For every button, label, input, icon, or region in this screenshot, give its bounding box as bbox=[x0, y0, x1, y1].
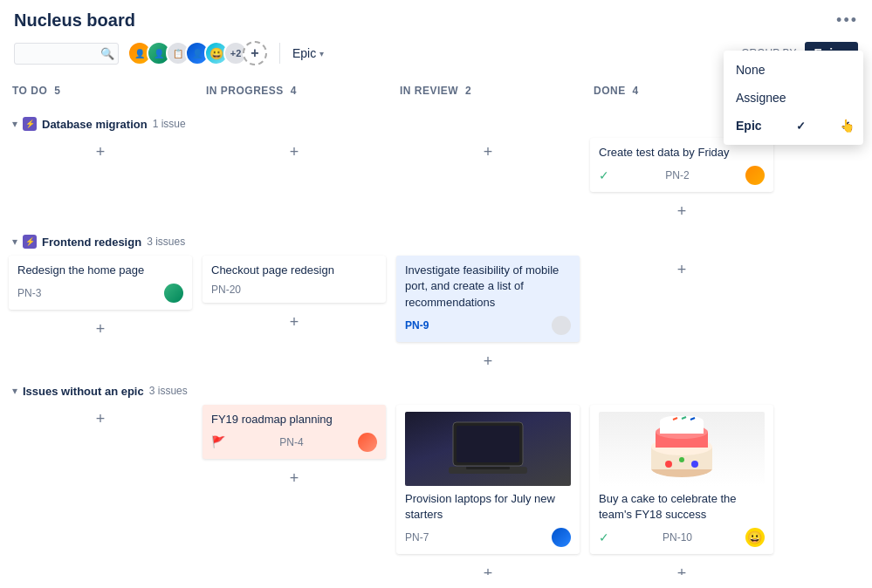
epic-icon-fr: ⚡ bbox=[23, 235, 37, 249]
epic-icon: ⚡ bbox=[23, 117, 37, 131]
epic-frontend-redesign-header: ▾ ⚡ Frontend redesign 3 issues bbox=[9, 231, 863, 252]
card-ip-ne1[interactable]: FY19 roadmap planning 🚩 PN-4 bbox=[203, 405, 386, 459]
epic-issue-count-ne: 3 issues bbox=[149, 385, 188, 397]
card-title: Checkout page redesign bbox=[211, 263, 377, 278]
board-body: TO DO 5 IN PROGRESS 4 IN REVIEW 2 DONE 4… bbox=[0, 74, 872, 575]
card-id: PN-2 bbox=[665, 169, 689, 181]
card-title: Provision laptops for July new starters bbox=[405, 491, 571, 523]
card-title: Create test data by Friday bbox=[599, 145, 765, 161]
add-card-todo-ne[interactable]: + bbox=[9, 405, 192, 434]
check-icon: ✓ bbox=[599, 530, 609, 544]
epic-collapse-button-fr[interactable]: ▾ bbox=[12, 236, 17, 248]
todo-lane-ne: + bbox=[9, 405, 192, 575]
dropdown-item-assignee-label: Assignee bbox=[736, 91, 786, 105]
cursor-icon: 👆 bbox=[840, 119, 855, 133]
dropdown-item-epic-label: Epic bbox=[736, 119, 762, 133]
add-card-todo-db[interactable]: + bbox=[9, 138, 192, 167]
laptop-svg bbox=[444, 418, 532, 479]
card-id: PN-20 bbox=[211, 284, 241, 296]
add-card-ip-db[interactable]: + bbox=[203, 138, 386, 167]
column-header-todo: TO DO 5 bbox=[9, 74, 192, 106]
card-ip-fr1[interactable]: Checkout page redesign PN-20 bbox=[203, 256, 386, 303]
add-card-done-ne[interactable]: + bbox=[590, 559, 773, 575]
checkmark-icon: ✓ bbox=[796, 120, 806, 133]
epic-no-epic-header: ▾ Issues without an epic 3 issues bbox=[9, 381, 863, 401]
add-card-todo-fr[interactable]: + bbox=[9, 315, 192, 344]
inprogress-lane-ne: FY19 roadmap planning 🚩 PN-4 + bbox=[203, 405, 386, 575]
card-title: Buy a cake to celebrate the team's FY18 … bbox=[599, 491, 765, 523]
epic-frontend-redesign-row: Redesign the home page PN-3 + Checkout p… bbox=[9, 256, 863, 376]
epic-filter-chevron-icon: ▾ bbox=[319, 49, 324, 58]
epic-filter-button[interactable]: Epic ▾ bbox=[292, 46, 324, 60]
search-box[interactable]: 🔍 bbox=[14, 43, 119, 65]
card-footer: ✓ PN-10 😀 bbox=[599, 528, 765, 547]
card-done-db1[interactable]: Create test data by Friday ✓ PN-2 bbox=[590, 138, 773, 192]
card-id: PN-4 bbox=[279, 436, 303, 448]
cake-svg bbox=[647, 416, 717, 482]
dropdown-item-assignee[interactable]: Assignee bbox=[724, 84, 863, 112]
card-ir-ne1[interactable]: Provision laptops for July new starters … bbox=[396, 405, 580, 554]
card-footer: 🚩 PN-4 bbox=[211, 433, 377, 452]
more-options-icon[interactable]: ••• bbox=[836, 11, 858, 30]
card-avatar bbox=[164, 284, 183, 303]
check-icon: ✓ bbox=[599, 168, 609, 182]
todo-column-title: TO DO 5 bbox=[12, 85, 60, 97]
avatar-group: 👤 👤 📋 👤 😀 +2 + bbox=[127, 41, 267, 65]
card-footer: PN-9 bbox=[405, 316, 571, 335]
epic-database-migration-row: + + + Create test data by Friday ✓ bbox=[9, 138, 863, 226]
card-avatar bbox=[358, 433, 377, 452]
add-member-button[interactable]: + bbox=[243, 41, 267, 65]
epic-name: Database migration bbox=[42, 118, 148, 131]
add-card-ip-ne[interactable]: + bbox=[203, 464, 386, 493]
card-id: PN-10 bbox=[663, 531, 692, 544]
add-card-ir-db[interactable]: + bbox=[396, 138, 580, 167]
add-card-ir-ne[interactable]: + bbox=[396, 559, 580, 575]
card-footer: PN-20 bbox=[211, 284, 377, 296]
inprogress-lane-db: + bbox=[203, 138, 386, 226]
add-card-ip-fr[interactable]: + bbox=[203, 308, 386, 337]
svg-text:📋: 📋 bbox=[173, 48, 184, 59]
card-todo-fr1[interactable]: Redesign the home page PN-3 bbox=[9, 256, 192, 310]
dropdown-item-none[interactable]: None bbox=[724, 56, 863, 84]
epic-section-frontend-redesign: ▾ ⚡ Frontend redesign 3 issues Redesign … bbox=[9, 231, 863, 376]
search-input[interactable] bbox=[22, 47, 100, 60]
svg-point-15 bbox=[679, 457, 684, 462]
add-card-done-db[interactable]: + bbox=[590, 197, 773, 226]
epic-issue-count: 1 issue bbox=[153, 118, 186, 130]
svg-point-14 bbox=[691, 461, 698, 468]
add-card-ir-fr[interactable]: + bbox=[396, 347, 580, 376]
todo-lane-fr: Redesign the home page PN-3 + bbox=[9, 256, 192, 376]
card-done-ne1[interactable]: Buy a cake to celebrate the team's FY18 … bbox=[590, 405, 773, 554]
card-id: PN-7 bbox=[405, 531, 429, 544]
epic-collapse-button-ne[interactable]: ▾ bbox=[12, 385, 17, 397]
flag-icon: 🚩 bbox=[211, 435, 225, 448]
epic-collapse-button[interactable]: ▾ bbox=[12, 118, 17, 130]
add-card-done-fr[interactable]: + bbox=[590, 256, 773, 284]
card-avatar: 😀 bbox=[745, 528, 765, 547]
card-title: Redesign the home page bbox=[17, 263, 183, 278]
inprogress-column-title: IN PROGRESS 4 bbox=[206, 85, 297, 97]
card-image-cake bbox=[599, 412, 765, 486]
todo-lane-db: + bbox=[9, 138, 192, 226]
svg-rect-5 bbox=[466, 467, 510, 469]
epic-name-ne: Issues without an epic bbox=[23, 385, 144, 398]
done-lane-fr: + bbox=[590, 256, 773, 376]
card-title: Investigate feasibility of mobile port, … bbox=[405, 263, 571, 311]
card-ir-fr1[interactable]: Investigate feasibility of mobile port, … bbox=[396, 256, 580, 342]
card-avatar bbox=[552, 316, 571, 335]
card-avatar bbox=[552, 528, 571, 547]
card-id: PN-3 bbox=[17, 287, 41, 299]
done-lane-db: Create test data by Friday ✓ PN-2 + bbox=[590, 138, 773, 226]
card-avatar bbox=[745, 166, 765, 185]
inreview-lane-ne: Provision laptops for July new starters … bbox=[396, 405, 580, 575]
epic-no-epic-row: + FY19 roadmap planning 🚩 PN-4 + bbox=[9, 405, 863, 575]
group-by-dropdown: None Assignee Epic ✓ 👆 bbox=[724, 51, 863, 145]
dropdown-item-none-label: None bbox=[736, 63, 765, 77]
card-title: FY19 roadmap planning bbox=[211, 412, 377, 427]
board-columns: TO DO 5 IN PROGRESS 4 IN REVIEW 2 DONE 4… bbox=[9, 74, 863, 575]
dropdown-item-epic[interactable]: Epic ✓ 👆 bbox=[724, 112, 863, 140]
header-right: ••• bbox=[836, 11, 858, 30]
card-footer: ✓ PN-2 bbox=[599, 166, 765, 185]
epic-name-fr: Frontend redesign bbox=[42, 236, 141, 249]
page-header: Nucleus board ••• bbox=[0, 0, 872, 38]
